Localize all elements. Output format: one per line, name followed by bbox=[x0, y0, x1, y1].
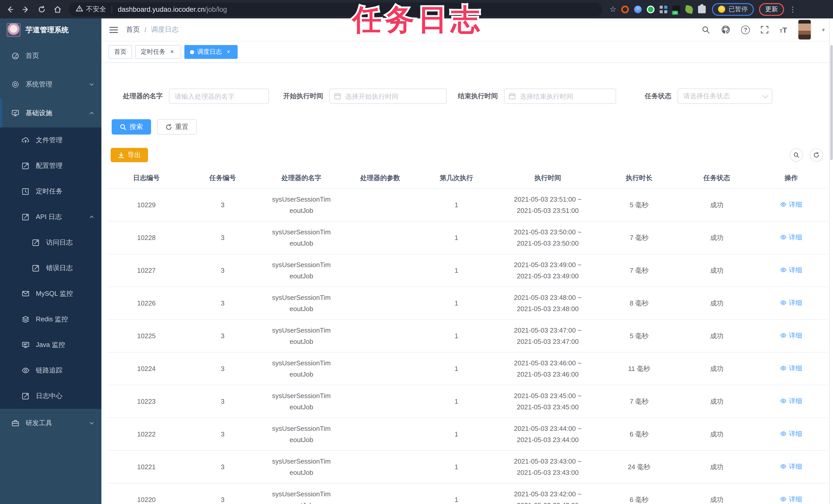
reset-label: 重置 bbox=[175, 122, 188, 131]
time-line: 2021-05-03 23:46:00 ~ bbox=[495, 358, 600, 369]
back-icon[interactable] bbox=[4, 3, 16, 15]
sidebar-item-scheduled-jobs[interactable]: 定时任务 bbox=[0, 179, 101, 204]
app-logo[interactable]: 芋道管理系统 bbox=[0, 19, 101, 42]
detail-link[interactable]: 详细 bbox=[780, 494, 802, 504]
handler-line: sysUserSessionTim bbox=[260, 456, 342, 467]
browser-toolbar: 不安全 dashboard.yudao.iocoder.cn /job/log … bbox=[0, 0, 833, 19]
cell-time: 2021-05-03 23:43:00 ~2021-05-03 23:43:00 bbox=[495, 456, 600, 478]
forward-icon[interactable] bbox=[20, 3, 32, 15]
sidebar-item-log-center[interactable]: 日志中心 bbox=[0, 383, 101, 409]
scrollbar[interactable] bbox=[829, 19, 833, 504]
detail-link[interactable]: 详细 bbox=[780, 395, 802, 406]
detail-link[interactable]: 详细 bbox=[780, 461, 802, 472]
filter-label: 结束执行时间 bbox=[458, 92, 498, 101]
github-icon[interactable] bbox=[721, 25, 731, 34]
filter-handler: 处理器的名字 bbox=[123, 89, 269, 104]
sidebar-item-label: API 日志 bbox=[36, 212, 62, 222]
tab-home[interactable]: 首页 bbox=[109, 45, 132, 59]
sidebar-item-file-management[interactable]: 文件管理 bbox=[0, 127, 101, 153]
big-t bbox=[783, 25, 787, 34]
cell-job-id: 3 bbox=[185, 265, 260, 276]
sidebar-collapse-icon[interactable] bbox=[109, 26, 118, 33]
export-button[interactable]: 导出 bbox=[111, 148, 148, 162]
extension-orange-icon[interactable] bbox=[621, 5, 629, 13]
address-bar[interactable]: 不安全 dashboard.yudao.iocoder.cn /job/log bbox=[69, 2, 602, 16]
cell-status: 成功 bbox=[678, 429, 755, 440]
sidebar-item-dev-tools[interactable]: 研发工具 bbox=[0, 409, 101, 437]
sidebar-item-home[interactable]: 首页 bbox=[0, 42, 101, 70]
sidebar-item-label: 研发工具 bbox=[26, 419, 52, 428]
detail-link[interactable]: 详细 bbox=[780, 330, 802, 341]
extension-on-badge-icon[interactable] bbox=[673, 5, 681, 13]
fullscreen-icon[interactable] bbox=[761, 26, 769, 34]
sidebar-item-config-management[interactable]: 配置管理 bbox=[0, 153, 101, 179]
browser-menu-icon[interactable] bbox=[789, 5, 796, 13]
user-menu-caret-icon[interactable] bbox=[822, 26, 825, 33]
sidebar-item-trace[interactable]: 链路追踪 bbox=[0, 358, 101, 383]
table-row: 10221 3 sysUserSessionTimeoutJob 1 2021-… bbox=[108, 451, 827, 483]
detail-link[interactable]: 详细 bbox=[780, 264, 802, 275]
job-status-select[interactable]: 请选择任务状态 bbox=[677, 89, 772, 104]
start-time-input[interactable] bbox=[329, 89, 447, 104]
table-row: 10225 3 sysUserSessionTimeoutJob 1 2021-… bbox=[108, 320, 827, 353]
tab-scheduled-jobs[interactable]: 定时任务 bbox=[135, 45, 181, 59]
detail-link[interactable]: 详细 bbox=[780, 199, 802, 210]
close-icon[interactable] bbox=[168, 48, 176, 55]
sidebar-item-access-log[interactable]: 访问日志 bbox=[0, 230, 101, 255]
cell-handler: sysUserSessionTimeoutJob bbox=[260, 489, 342, 504]
toggle-search-icon[interactable] bbox=[789, 148, 803, 162]
scrollbar-thumb[interactable] bbox=[830, 45, 832, 160]
detail-link[interactable]: 详细 bbox=[780, 297, 802, 308]
sidebar-item-system[interactable]: 系统管理 bbox=[0, 70, 101, 99]
paused-button[interactable]: 已暂停 bbox=[712, 3, 754, 16]
cell-job-id: 3 bbox=[185, 494, 260, 504]
update-button[interactable]: 更新 bbox=[759, 3, 784, 16]
sidebar-item-infrastructure[interactable]: 基础设施 bbox=[0, 99, 101, 127]
handler-name-input[interactable] bbox=[169, 89, 269, 104]
bookmark-star-icon[interactable] bbox=[610, 5, 616, 14]
help-icon[interactable] bbox=[741, 25, 750, 34]
sidebar-item-error-log[interactable]: 错误日志 bbox=[0, 255, 101, 281]
small-t bbox=[780, 26, 783, 34]
handler-line: eoutJob bbox=[260, 500, 342, 504]
table-row: 10229 3 sysUserSessionTimeoutJob 1 2021-… bbox=[108, 189, 827, 222]
detail-link[interactable]: 详细 bbox=[780, 428, 802, 439]
cell-status: 成功 bbox=[678, 363, 755, 374]
extensions-puzzle-icon[interactable] bbox=[698, 5, 706, 13]
end-time-input[interactable] bbox=[504, 89, 616, 104]
search-button[interactable]: 搜索 bbox=[112, 119, 151, 134]
home-icon[interactable] bbox=[51, 3, 64, 15]
extension-bulb-icon[interactable] bbox=[634, 5, 642, 13]
envelope-icon bbox=[22, 289, 30, 298]
time-line: 2021-05-03 23:50:00 bbox=[495, 238, 600, 249]
detail-link[interactable]: 详细 bbox=[780, 362, 802, 374]
edit-note-icon bbox=[32, 238, 40, 247]
user-avatar[interactable] bbox=[798, 20, 811, 40]
sidebar-item-redis-monitor[interactable]: Redis 监控 bbox=[0, 306, 101, 332]
insecure-warning-icon bbox=[76, 5, 83, 13]
sidebar-item-api-log[interactable]: API 日志 bbox=[0, 204, 101, 230]
cell-action: 详细 bbox=[756, 428, 827, 440]
sidebar-item-label: 访问日志 bbox=[46, 238, 73, 247]
extension-green-icon[interactable] bbox=[647, 5, 655, 13]
tab-schedule-log[interactable]: 调度日志 bbox=[184, 45, 238, 59]
extension-grid-icon[interactable] bbox=[660, 5, 668, 13]
sidebar-item-java-monitor[interactable]: Java 监控 bbox=[0, 332, 101, 358]
sidebar-item-mysql-monitor[interactable]: MySQL 监控 bbox=[0, 281, 101, 306]
sidebar-item-label: 日志中心 bbox=[36, 392, 63, 401]
sidebar: 芋道管理系统 首页 系统管理 基础设施 bbox=[0, 19, 101, 504]
extension-leaf-icon[interactable] bbox=[685, 5, 694, 14]
chevron-down-icon bbox=[89, 82, 94, 87]
cell-status: 成功 bbox=[678, 461, 755, 473]
cell-log-id: 10228 bbox=[108, 232, 185, 243]
close-icon[interactable] bbox=[225, 48, 232, 55]
column-header: 任务状态 bbox=[678, 168, 755, 188]
font-size-icon[interactable] bbox=[780, 25, 787, 34]
refresh-table-icon[interactable] bbox=[809, 148, 823, 162]
handler-line: sysUserSessionTim bbox=[260, 489, 342, 500]
breadcrumb-home[interactable]: 首页 bbox=[126, 25, 140, 34]
reset-button[interactable]: 重置 bbox=[157, 119, 197, 134]
reload-icon[interactable] bbox=[35, 3, 48, 15]
search-icon[interactable] bbox=[702, 25, 711, 34]
detail-link[interactable]: 详细 bbox=[780, 231, 802, 243]
